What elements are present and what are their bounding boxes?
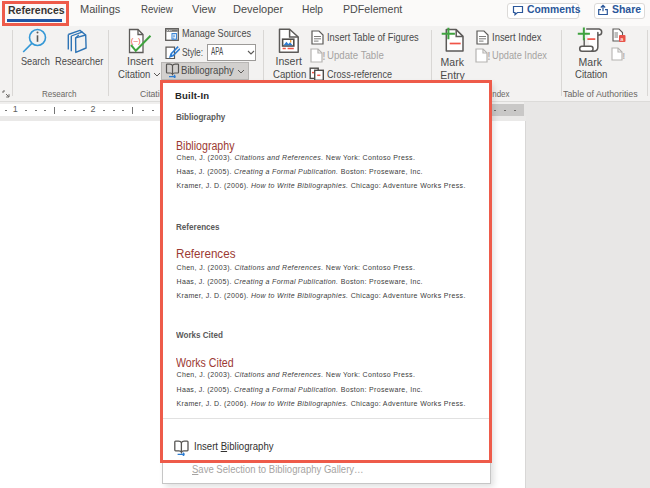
svg-text:(–): (–)	[131, 36, 141, 45]
svg-text:!: !	[487, 51, 490, 62]
svg-text:!: !	[622, 51, 625, 61]
svg-text:!: !	[322, 51, 325, 62]
